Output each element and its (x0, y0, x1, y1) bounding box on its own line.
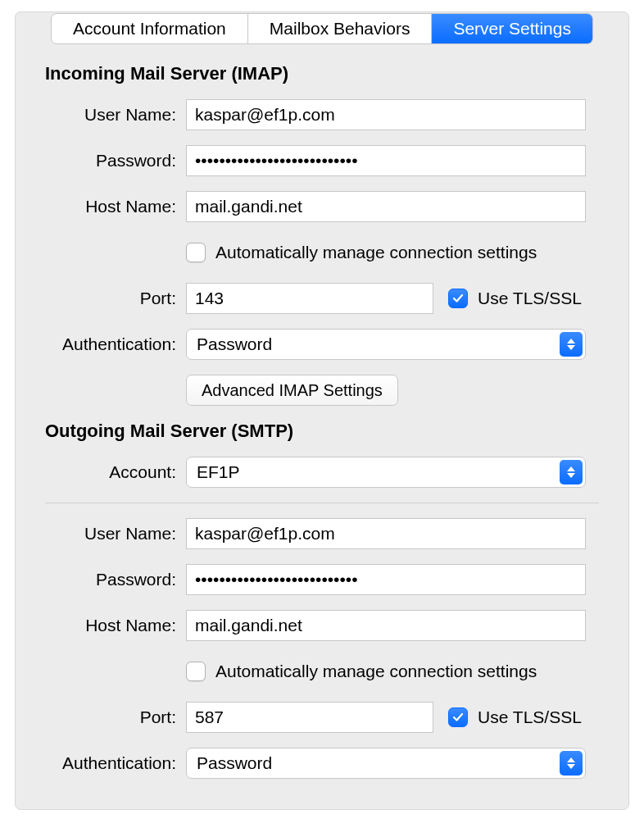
outgoing-auto-manage-checkbox[interactable] (186, 662, 206, 681)
incoming-host-name-field[interactable] (186, 191, 586, 222)
outgoing-password-field[interactable] (186, 564, 586, 595)
incoming-auth-label: Authentication: (45, 334, 186, 354)
outgoing-auth-label: Authentication: (45, 753, 186, 773)
incoming-tls-checkbox[interactable] (448, 289, 468, 308)
incoming-user-name-field[interactable] (186, 99, 586, 130)
outgoing-tls-checkbox[interactable] (448, 707, 468, 727)
incoming-port-label: Port: (45, 289, 186, 308)
outgoing-auto-manage-label: Automatically manage connection settings (215, 662, 537, 681)
incoming-auto-manage-label: Automatically manage connection settings (215, 243, 537, 262)
tab-mailbox-behaviors[interactable]: Mailbox Behaviors (247, 14, 432, 43)
incoming-section-title: Incoming Mail Server (IMAP) (45, 63, 599, 84)
outgoing-section-title: Outgoing Mail Server (SMTP) (45, 421, 599, 442)
incoming-password-label: Password: (45, 151, 186, 171)
updown-arrows-icon (560, 751, 583, 776)
outgoing-user-name-field[interactable] (186, 518, 586, 549)
outgoing-account-label: Account: (45, 462, 186, 482)
incoming-tls-label: Use TLS/SSL (478, 289, 582, 308)
outgoing-host-name-label: Host Name: (45, 616, 186, 635)
incoming-auto-manage-checkbox[interactable] (186, 243, 206, 262)
tab-account-information[interactable]: Account Information (52, 14, 247, 43)
outgoing-account-value: EF1P (197, 462, 240, 482)
tab-bar: Account Information Mailbox Behaviors Se… (51, 13, 593, 44)
outgoing-tls-label: Use TLS/SSL (478, 707, 582, 727)
updown-arrows-icon (560, 460, 583, 484)
preferences-window: Account Information Mailbox Behaviors Se… (0, 0, 644, 837)
section-divider (45, 503, 599, 503)
tab-server-settings[interactable]: Server Settings (431, 14, 592, 43)
outgoing-port-label: Port: (45, 707, 186, 727)
server-settings-panel: Account Information Mailbox Behaviors Se… (15, 11, 629, 810)
incoming-user-name-label: User Name: (45, 105, 186, 125)
outgoing-host-name-field[interactable] (186, 610, 586, 641)
incoming-auth-value: Password (197, 334, 272, 354)
incoming-port-field[interactable] (186, 283, 433, 314)
outgoing-user-name-label: User Name: (45, 524, 186, 544)
outgoing-password-label: Password: (45, 570, 186, 589)
outgoing-port-field[interactable] (186, 702, 433, 733)
advanced-imap-settings-button[interactable]: Advanced IMAP Settings (186, 375, 398, 406)
outgoing-auth-value: Password (197, 753, 272, 773)
incoming-password-field[interactable] (186, 145, 586, 176)
incoming-auth-select[interactable]: Password (186, 329, 586, 360)
outgoing-account-select[interactable]: EF1P (186, 457, 586, 488)
outgoing-auth-select[interactable]: Password (186, 748, 586, 779)
incoming-host-name-label: Host Name: (45, 197, 186, 216)
updown-arrows-icon (560, 332, 583, 357)
